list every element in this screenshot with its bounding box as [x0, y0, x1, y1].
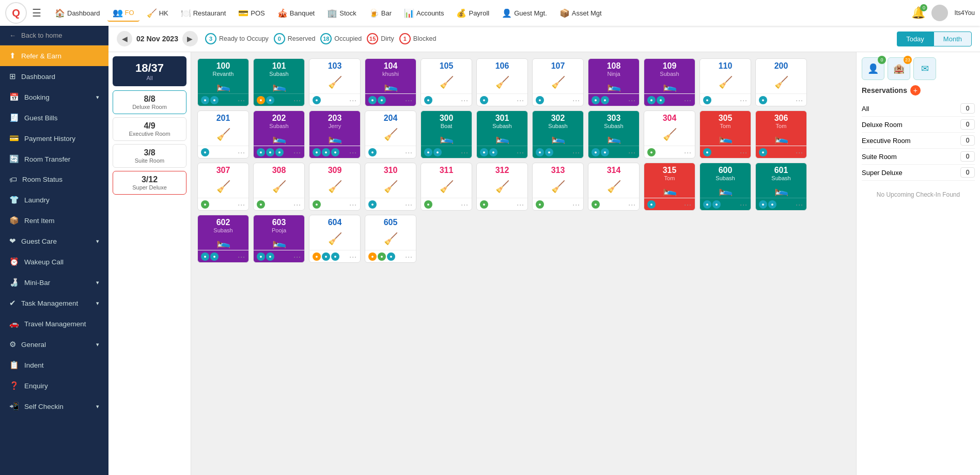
room-menu-dots[interactable]: ··· — [684, 96, 692, 104]
sidebar-item-selfcheckin[interactable]: 📲Self Checkin▾ — [0, 396, 108, 417]
status-pill-reserved[interactable]: 0Reserved — [274, 33, 316, 44]
avatar[interactable] — [931, 5, 948, 21]
sidebar-item-travelmgmt[interactable]: 🚗Travel Management — [0, 313, 108, 334]
room-card-200[interactable]: 200 🧹 ● ··· — [755, 58, 807, 106]
room-menu-dots[interactable]: ··· — [349, 148, 357, 156]
room-menu-dots[interactable]: ··· — [628, 148, 636, 156]
room-card-301[interactable]: 301 Subash 🛌 ●● ··· — [476, 110, 528, 159]
room-menu-dots[interactable]: ··· — [684, 148, 692, 156]
nav-item-bar[interactable]: 🍺Bar — [364, 5, 397, 21]
room-menu-dots[interactable]: ··· — [293, 200, 301, 209]
sidebar-item-guestbills[interactable]: 🧾Guest Bills — [0, 107, 108, 128]
room-menu-dots[interactable]: ··· — [293, 252, 301, 261]
month-button[interactable]: Month — [934, 31, 972, 46]
room-card-600[interactable]: 600 Subash 🛌 ●● ··· — [699, 163, 751, 211]
nav-item-payroll[interactable]: 💰Payroll — [451, 5, 494, 21]
room-card-104[interactable]: 104 khushi 🛌 ●● ··· — [365, 58, 416, 106]
sidebar-item-wakeupcall[interactable]: ⏰Wakeup Call — [0, 251, 108, 272]
room-card-106[interactable]: 106 🧹 ● ··· — [476, 58, 528, 106]
room-card-309[interactable]: 309 🧹 ● ··· — [309, 163, 361, 211]
room-menu-dots[interactable]: ··· — [461, 148, 469, 156]
sidebar-item-booking[interactable]: 📅Booking▾ — [0, 87, 108, 107]
room-card-311[interactable]: 311 🧹 ● ··· — [421, 163, 472, 211]
room-menu-dots[interactable]: ··· — [628, 200, 636, 209]
room-card-307[interactable]: 307 🧹 ● ··· — [197, 163, 249, 211]
room-menu-dots[interactable]: ··· — [238, 148, 245, 156]
nav-item-accounts[interactable]: 📊Accounts — [399, 5, 449, 21]
sidebar-item-laundry[interactable]: 👕Laundry — [0, 189, 108, 210]
room-card-107[interactable]: 107 🧹 ● ··· — [532, 58, 584, 106]
room-card-100[interactable]: 100 Revanth 🛌 ●● ··· — [197, 58, 249, 106]
room-card-108[interactable]: 108 Ninja 🛌 ●● ··· — [588, 58, 640, 106]
room-card-303[interactable]: 303 Subash 🛌 ●● ··· — [588, 110, 640, 159]
next-date-button[interactable]: ▶ — [182, 31, 198, 46]
sidebar-item-paymenthistory[interactable]: 💳Payment History — [0, 128, 108, 149]
room-menu-dots[interactable]: ··· — [405, 148, 413, 156]
room-card-201[interactable]: 201 🧹 ● ··· — [197, 110, 249, 159]
summary-card-superdeluxe[interactable]: 3/12Super Deluxe — [113, 171, 186, 195]
room-card-202[interactable]: 202 Subash 🛌 ●●● ··· — [253, 110, 305, 159]
nav-item-hk[interactable]: 🧹HK — [142, 5, 174, 21]
room-card-103[interactable]: 103 🧹 ● ··· — [309, 58, 361, 106]
nav-item-dashboard[interactable]: 🏠Dashboard — [50, 5, 105, 21]
status-pill-ready-to-occupy[interactable]: 3Ready to Occupy — [205, 33, 269, 44]
room-card-601[interactable]: 601 Subash 🛌 ●● ··· — [755, 163, 807, 211]
status-pill-dirty[interactable]: 15Dirty — [367, 33, 394, 44]
nav-item-banquet[interactable]: 🎪Banquet — [272, 5, 320, 21]
room-menu-dots[interactable]: ··· — [461, 96, 469, 104]
room-menu-dots[interactable]: ··· — [405, 252, 413, 261]
sidebar-item-indent[interactable]: 📋Indent — [0, 355, 108, 375]
room-card-310[interactable]: 310 🧹 ● ··· — [365, 163, 416, 211]
room-menu-dots[interactable]: ··· — [572, 200, 580, 209]
room-menu-dots[interactable]: ··· — [461, 200, 469, 209]
room-menu-dots[interactable]: ··· — [796, 148, 803, 156]
room-menu-dots[interactable]: ··· — [740, 200, 748, 209]
room-menu-dots[interactable]: ··· — [572, 96, 580, 104]
user-name[interactable]: Its4You — [954, 9, 975, 17]
nav-item-pos[interactable]: 💳POS — [233, 5, 270, 21]
room-menu-dots[interactable]: ··· — [238, 96, 245, 104]
room-card-314[interactable]: 314 🧹 ● ··· — [588, 163, 640, 211]
nav-item-assetmgt[interactable]: 📦Asset Mgt — [554, 5, 607, 21]
room-card-313[interactable]: 313 🧹 ● ··· — [532, 163, 584, 211]
rp-hotel-icon[interactable]: 🏨 23 — [888, 57, 910, 80]
room-card-602[interactable]: 602 Subash 🛌 ●● ··· — [197, 215, 249, 263]
nav-item-fo[interactable]: 👥FO — [107, 5, 139, 22]
sidebar-item-taskmgmt[interactable]: ✔Task Management▾ — [0, 293, 108, 313]
nav-item-stock[interactable]: 🏢Stock — [322, 5, 362, 21]
room-card-109[interactable]: 109 Subash 🛌 ●● ··· — [644, 58, 695, 106]
room-card-101[interactable]: 101 Subash 🛌 ●● ··· — [253, 58, 305, 106]
room-card-204[interactable]: 204 🧹 ● ··· — [365, 110, 416, 159]
room-card-605[interactable]: 605 🧹 ●●● ··· — [365, 215, 416, 263]
sidebar-item-enquiry[interactable]: ❓Enquiry — [0, 375, 108, 396]
hamburger-icon[interactable]: ☰ — [32, 7, 41, 19]
status-pill-blocked[interactable]: 1Blocked — [399, 33, 436, 44]
room-menu-dots[interactable]: ··· — [238, 252, 245, 261]
sidebar-item-rentitem[interactable]: 📦Rent Item — [0, 210, 108, 231]
sidebar-item-general[interactable]: ⚙General▾ — [0, 334, 108, 355]
room-card-315[interactable]: 315 Tom 🛌 ● ··· — [644, 163, 695, 211]
summary-total[interactable]: 18/37 All — [113, 56, 186, 86]
room-card-203[interactable]: 203 Jerry 🛌 ●●● ··· — [309, 110, 361, 159]
rp-mail-icon[interactable]: ✉ — [913, 57, 936, 80]
room-menu-dots[interactable]: ··· — [517, 148, 524, 156]
room-card-604[interactable]: 604 🧹 ●●● ··· — [309, 215, 361, 263]
room-card-300[interactable]: 300 Boat 🛌 ●● ··· — [421, 110, 472, 159]
sidebar-item-minibar[interactable]: 🍶Mini-Bar▾ — [0, 272, 108, 293]
room-card-312[interactable]: 312 🧹 ● ··· — [476, 163, 528, 211]
sidebar-item-refer[interactable]: ⬆Refer & Earn — [0, 45, 108, 66]
room-menu-dots[interactable]: ··· — [405, 96, 413, 104]
room-menu-dots[interactable]: ··· — [796, 200, 803, 209]
room-menu-dots[interactable]: ··· — [572, 148, 580, 156]
nav-item-restaurant[interactable]: 🍽️Restaurant — [176, 5, 231, 21]
room-card-603[interactable]: 603 Pooja 🛌 ●● ··· — [253, 215, 305, 263]
today-button[interactable]: Today — [897, 31, 934, 46]
sidebar-item-roomtransfer[interactable]: 🔄Room Transfer — [0, 149, 108, 169]
sidebar-item-guestcare[interactable]: ❤Guest Care▾ — [0, 231, 108, 251]
room-menu-dots[interactable]: ··· — [349, 252, 357, 261]
nav-item-guestmgt[interactable]: 👤Guest Mgt. — [496, 5, 552, 21]
room-menu-dots[interactable]: ··· — [405, 200, 413, 209]
room-card-306[interactable]: 306 Tom 🛌 ● ··· — [755, 110, 807, 159]
room-card-305[interactable]: 305 Tom 🛌 ● ··· — [699, 110, 751, 159]
status-pill-occupied[interactable]: 18Occupied — [320, 33, 362, 44]
